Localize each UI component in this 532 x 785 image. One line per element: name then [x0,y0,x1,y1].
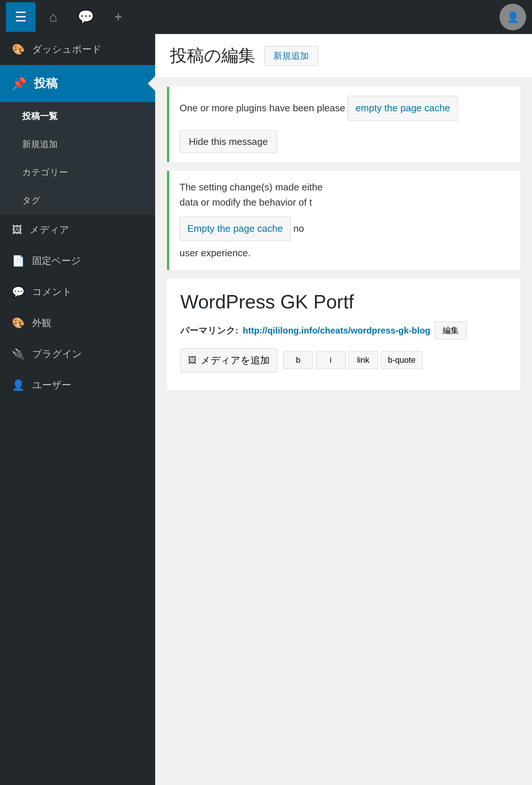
bold-button[interactable]: b [283,351,313,369]
add-new-button[interactable]: 新規追加 [264,46,318,66]
editor-section: WordPress GK Portf パーマリンク: http://qililo… [167,279,520,390]
sidebar-item-users[interactable]: 👤 ユーザー [0,370,155,401]
submenu-item-add-new[interactable]: 新規追加 [0,130,155,158]
home-icon[interactable]: ⌂ [38,2,68,32]
sidebar-item-dashboard[interactable]: 🎨 ダッシュボード [0,34,155,65]
sidebar-item-plugins[interactable]: 🔌 プラグイン [0,339,155,370]
edit-slug-button[interactable]: 編集 [435,322,467,339]
notice-plugins-cache: One or more plugins have been please emp… [167,87,520,162]
page-title: 投稿の編集 [170,44,255,67]
bquote-button[interactable]: b-quote [381,351,423,369]
media-toolbar: 🖼 メディアを追加 b i link b-quote [180,348,507,372]
sidebar-item-posts-label: 投稿 [34,75,58,92]
empty-cache-button[interactable]: Empty the page cache [180,216,291,241]
pages-icon: 📄 [12,255,25,267]
main-content: 投稿の編集 新規追加 One or more plugins have been… [155,34,532,785]
sidebar-item-media-label: メディア [30,223,69,236]
submenu-item-tags[interactable]: タグ [0,186,155,214]
dashboard-icon: 🎨 [12,43,25,55]
notice-settings-text3: no [293,223,304,234]
notice-settings-text4: user experience. [180,246,510,261]
media-add-icon: 🖼 [188,355,197,365]
appearance-icon: 🎨 [12,317,25,329]
sidebar-item-plugins-label: プラグイン [32,348,82,361]
permalink-label: パーマリンク: [180,325,238,336]
sidebar-item-comments[interactable]: 💬 コメント [0,277,155,308]
notice-settings-text1: The setting change(s) made eithe [180,182,323,193]
page-header: 投稿の編集 新規追加 [155,34,532,78]
editor-toolbar: b i link b-quote [283,351,423,369]
permalink-row: パーマリンク: http://qililong.info/cheats/word… [180,322,507,339]
sidebar-item-comments-label: コメント [32,285,72,298]
notice-settings-text2: data or modify the behavior of t [180,197,312,208]
posts-icon: 📌 [12,77,27,91]
sidebar-item-pages-label: 固定ページ [32,254,81,267]
empty-cache-link-1[interactable]: empty the page cache [348,96,458,121]
sidebar-item-dashboard-label: ダッシュボード [32,43,102,56]
sidebar-item-users-label: ユーザー [32,379,71,392]
plugins-icon: 🔌 [12,348,25,360]
hide-message-button[interactable]: Hide this message [180,131,277,153]
sidebar-item-appearance[interactable]: 🎨 外観 [0,308,155,339]
admin-bar: ☰ ⌂ 💬 + 👤 [0,0,532,34]
submenu-item-post-list[interactable]: 投稿一覧 [0,102,155,130]
users-icon: 👤 [12,379,25,391]
media-icon: 🖼 [12,224,22,236]
notice-text-1: One or more plugins have been please emp… [180,96,510,121]
layout: 🎨 ダッシュボード 📌 投稿 投稿一覧 新規追加 カテゴリー タグ 🖼 メディア… [0,34,532,785]
permalink-url[interactable]: http://qililong.info/cheats/wordpress-gk… [243,325,430,336]
notice-settings-cache: The setting change(s) made eithe data or… [167,171,520,270]
sidebar-item-appearance-label: 外観 [32,317,51,329]
add-media-button[interactable]: 🖼 メディアを追加 [180,348,277,372]
posts-submenu: 投稿一覧 新規追加 カテゴリー タグ [0,102,155,214]
sidebar-item-pages[interactable]: 📄 固定ページ [0,246,155,277]
sidebar: 🎨 ダッシュボード 📌 投稿 投稿一覧 新規追加 カテゴリー タグ 🖼 メディア… [0,34,155,785]
notice-text-part1: One or more plugins have been [180,102,314,114]
notice-text-please: please [317,102,345,114]
add-new-icon[interactable]: + [103,2,133,32]
sidebar-item-media[interactable]: 🖼 メディア [0,214,155,246]
menu-toggle-icon[interactable]: ☰ [6,2,35,32]
submenu-item-categories[interactable]: カテゴリー [0,158,155,186]
comments-icon: 💬 [12,286,25,298]
post-title-display: WordPress GK Portf [180,291,507,313]
comment-icon[interactable]: 💬 [71,2,100,32]
avatar[interactable]: 👤 [499,4,526,30]
link-button[interactable]: link [348,351,378,369]
italic-button[interactable]: i [316,351,345,369]
notice-text-2: The setting change(s) made eithe data or… [180,180,510,210]
sidebar-item-posts[interactable]: 📌 投稿 [0,65,155,102]
